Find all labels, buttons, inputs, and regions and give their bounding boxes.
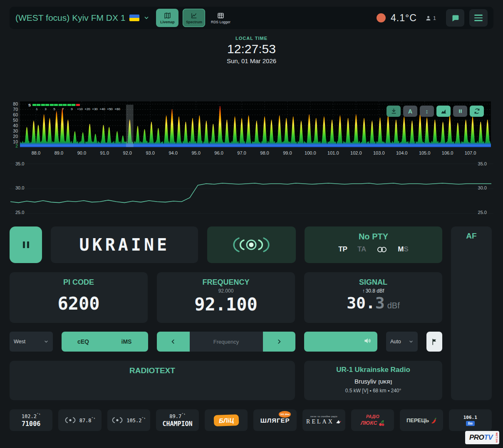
signal-panel: SIGNAL ↑ 30.8 dBf 30.3dBf — [304, 272, 442, 323]
main-content: UKRAINE No PTY TP TA — [10, 226, 492, 431]
ta-flag: TA — [357, 245, 366, 254]
preset-8-radio-lux[interactable]: РАДіО ЛЮКС — [351, 409, 394, 431]
pi-code-label: PI CODE — [10, 278, 148, 287]
preset-1-code: 71006 — [22, 420, 40, 428]
transmitter-name: UR-1 Ukrainske Radio — [304, 366, 442, 374]
svg-text:104.0: 104.0 — [396, 150, 408, 155]
preset-4-frequency: 89.7″¹ — [169, 413, 186, 419]
preset-10-1061fm[interactable]: 106.1 fm — [449, 409, 492, 431]
fm1061-fm-badge: fm — [466, 421, 475, 426]
pause-button[interactable] — [453, 106, 467, 117]
transmitter-city: Brusyliv — [354, 378, 377, 385]
preset-3[interactable]: 105.2″¹ — [107, 409, 150, 431]
autoscale-button[interactable]: A — [403, 106, 417, 117]
s-meter-bar — [32, 104, 80, 106]
music-flag: M — [398, 245, 404, 254]
flag-icon — [431, 338, 438, 345]
transmitter-location: Brusyliv[UKR] — [304, 378, 442, 385]
vertical-scale-button[interactable]: ↕ — [420, 106, 434, 117]
radiotext-label: RADIOTEXT — [10, 366, 295, 375]
chevron-down-icon — [409, 339, 414, 344]
spectrum-button[interactable]: Spectrum — [183, 9, 205, 27]
signal-frac: 3 — [375, 294, 385, 312]
svg-text:106.0: 106.0 — [442, 150, 453, 155]
signal-label: SIGNAL — [304, 278, 442, 287]
ms-flag: M S — [398, 245, 409, 254]
svg-text:103.0: 103.0 — [373, 150, 385, 155]
svg-text:88.0: 88.0 — [32, 150, 40, 155]
pty-panel: No PTY TP TA M S — [305, 226, 442, 263]
pause-icon — [458, 108, 463, 114]
preset-2[interactable]: 87.8″¹ — [58, 409, 101, 431]
fm1061-number: 106.1 — [463, 415, 477, 420]
ims-button[interactable]: iMS — [105, 332, 148, 352]
snap-down-button[interactable] — [387, 106, 401, 117]
mode-value: Auto — [390, 339, 401, 345]
play-pause-button[interactable] — [10, 226, 42, 263]
chevron-down-icon — [144, 15, 149, 21]
preset-4[interactable]: 89.7″¹ CHAMPION — [156, 409, 199, 431]
preset-2-frequency: 87.8″¹ — [79, 417, 96, 423]
chat-button[interactable] — [446, 9, 464, 27]
refresh-button[interactable] — [470, 106, 484, 117]
header-right: 4.1°C 1 — [377, 9, 488, 27]
protv-logo-pro: PRO — [469, 433, 484, 442]
tp-flag: TP — [338, 245, 347, 254]
svg-text:30: 30 — [13, 128, 18, 133]
svg-text:100.0: 100.0 — [305, 150, 316, 155]
hist-tick-right-30: 30.0 — [478, 185, 487, 190]
frequency-value: 92.100 — [157, 294, 295, 315]
preset-6-shlyager[interactable]: ШЛЯГЕР 101.9fm — [253, 409, 296, 431]
up-down-arrows-icon: ↕ — [426, 108, 429, 114]
arrow-up-icon: ↑ — [362, 288, 365, 294]
ukraine-flag-icon — [129, 15, 139, 21]
radiotext-value — [10, 379, 295, 387]
pty-value: No PTY — [305, 232, 442, 241]
speech-flag: S — [404, 245, 408, 254]
menu-button[interactable] — [469, 9, 488, 27]
svg-text:70: 70 — [13, 107, 18, 112]
flag-button[interactable] — [426, 332, 442, 352]
tune-up-button[interactable] — [263, 332, 296, 352]
frequency-secondary: 92.000 — [157, 288, 295, 294]
frequency-panel: FREQUENCY 92.000 92.100 — [157, 272, 295, 323]
mode-select[interactable]: Auto — [386, 332, 418, 352]
svg-text:89.0: 89.0 — [55, 150, 63, 155]
volume-slider[interactable] — [304, 332, 377, 352]
pi-code-value: 6200 — [10, 293, 148, 314]
rds-logger-button[interactable]: RDS Logger — [209, 9, 232, 27]
livemap-label: Livemap — [160, 20, 175, 24]
preset-5-blitz[interactable]: БЛіЦ — [205, 409, 248, 431]
preset-9-perets[interactable]: ПЕРЕЦЬ — [400, 409, 443, 431]
chat-icon — [451, 14, 460, 22]
graph-style-button[interactable] — [436, 106, 451, 117]
area-chart-icon — [441, 108, 447, 114]
hist-tick-left-30: 30.0 — [15, 185, 24, 190]
rds-flags: TP TA M S — [305, 245, 442, 254]
letter-a-icon: A — [408, 108, 412, 114]
header-nav: Livemap Spectrum RDS Logger — [156, 9, 232, 27]
pause-icon — [23, 241, 29, 248]
frequency-input[interactable] — [190, 332, 263, 352]
stereo-circles-icon — [376, 246, 388, 253]
tuned-frequency-cursor[interactable] — [126, 105, 134, 147]
hist-tick-right-35: 35.0 — [478, 161, 487, 166]
local-time-value: 12:27:53 — [0, 42, 503, 56]
hist-tick-left-35: 35.0 — [15, 161, 24, 166]
temperature-icon — [377, 13, 386, 22]
livemap-button[interactable]: Livemap — [156, 9, 178, 27]
preset-7-relax[interactable]: легке та спокійне радіо RELAX — [302, 409, 345, 431]
ceq-button[interactable]: cEQ — [62, 332, 105, 352]
pepper-icon — [431, 417, 436, 424]
chevron-left-icon — [170, 339, 176, 345]
tune-down-button[interactable] — [157, 332, 190, 352]
svg-text:102.0: 102.0 — [350, 150, 362, 155]
preset-1[interactable]: 102.2″¹ 71006 — [10, 409, 52, 431]
local-date: Sun, 01 Mar 2026 — [0, 57, 503, 64]
perets-logo: ПЕРЕЦЬ — [406, 417, 436, 424]
antenna-select[interactable]: West — [10, 332, 53, 352]
server-selector[interactable]: (WEST focus) Kyiv FM DX 1 — [15, 13, 149, 23]
lux-logo-bottom: ЛЮКС — [361, 420, 385, 426]
signal-value: 30.3dBf — [304, 294, 442, 312]
shlyager-logo: ШЛЯГЕР — [260, 417, 290, 424]
